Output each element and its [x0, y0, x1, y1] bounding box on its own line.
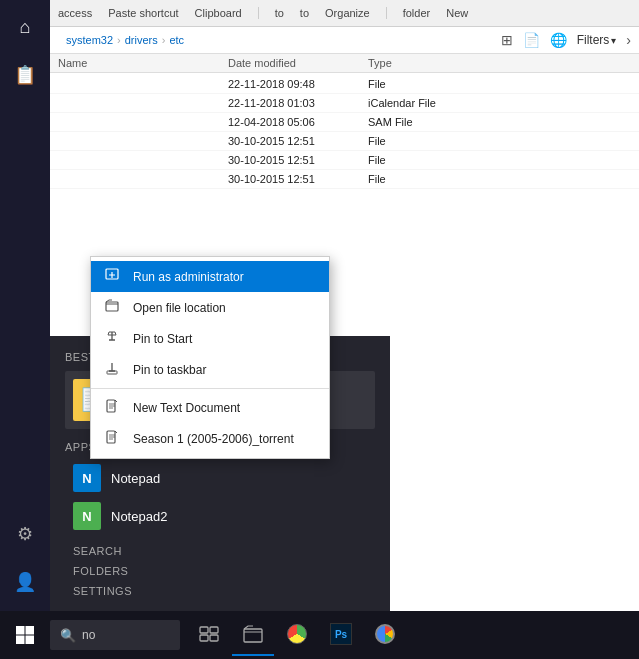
notepad2-icon: N — [73, 502, 101, 530]
table-row[interactable]: 22-11-2018 01:03 iCalendar File — [50, 94, 639, 113]
season-torrent-icon — [105, 430, 123, 447]
filter-chevron-icon: ▾ — [611, 35, 616, 46]
ribbon-paste: Paste shortcut — [108, 7, 178, 19]
run-as-admin-icon — [105, 268, 123, 285]
file-date-2: 22-11-2018 01:03 — [228, 97, 368, 109]
table-row[interactable]: 30-10-2015 12:51 File — [50, 151, 639, 170]
svg-rect-5 — [200, 627, 208, 633]
breadcrumb-sep1: › — [117, 34, 121, 46]
taskbar-file-explorer[interactable] — [232, 614, 274, 656]
open-file-location-icon — [105, 299, 123, 316]
start-button[interactable] — [0, 611, 50, 659]
nav-clipboard-button[interactable]: 📋 — [0, 52, 50, 98]
col-type: Type — [368, 57, 631, 69]
breadcrumb-sep2: › — [162, 34, 166, 46]
taskbar-task-view[interactable] — [188, 614, 230, 656]
notepad-icon: N — [73, 464, 101, 492]
svg-rect-1 — [106, 302, 118, 311]
ribbon-to2: to — [300, 7, 309, 19]
nav-home-button[interactable]: ⌂ — [0, 4, 50, 50]
table-row[interactable]: 30-10-2015 12:51 File — [50, 170, 639, 189]
notepad2-item[interactable]: N Notepad2 — [65, 497, 375, 535]
settings-section-label: Settings — [73, 585, 375, 597]
context-season-torrent-label: Season 1 (2005-2006)_torrent — [133, 432, 294, 446]
pin-to-start-icon — [105, 330, 123, 347]
view-icon[interactable]: ⊞ — [501, 32, 513, 48]
context-open-file-location[interactable]: Open file location — [91, 292, 329, 323]
taskbar-search-text: no — [82, 628, 95, 642]
table-row[interactable]: 12-04-2018 05:06 SAM File — [50, 113, 639, 132]
col-date-modified: Date modified — [228, 57, 368, 69]
context-open-file-location-label: Open file location — [133, 301, 226, 315]
file-type-2: iCalendar File — [368, 97, 631, 109]
taskbar-chrome[interactable] — [364, 614, 406, 656]
file-type-5: File — [368, 154, 631, 166]
ribbon-access: access — [58, 7, 92, 19]
breadcrumb-etc: etc — [169, 34, 184, 46]
taskbar-browser[interactable] — [276, 614, 318, 656]
svg-rect-8 — [210, 635, 218, 641]
file-date-4: 30-10-2015 12:51 — [228, 135, 368, 147]
folders-section-label: Folders — [73, 565, 375, 577]
svg-rect-7 — [200, 635, 208, 641]
file-date-1: 22-11-2018 09:48 — [228, 78, 368, 90]
breadcrumb-drivers: drivers — [125, 34, 158, 46]
file-date-6: 30-10-2015 12:51 — [228, 173, 368, 185]
table-row[interactable]: 30-10-2015 12:51 File — [50, 132, 639, 151]
file-type-3: SAM File — [368, 116, 631, 128]
file-column-header: Name Date modified Type — [50, 54, 639, 73]
file-date-5: 30-10-2015 12:51 — [228, 154, 368, 166]
ribbon-organize-label: Organize — [325, 7, 387, 19]
breadcrumb: system32 › drivers › etc — [58, 34, 192, 46]
taskbar-photoshop[interactable]: Ps — [320, 614, 362, 656]
file-type-6: File — [368, 173, 631, 185]
context-pin-to-taskbar-label: Pin to taskbar — [133, 363, 206, 377]
file-icon[interactable]: 📄 — [523, 32, 540, 48]
breadcrumb-system32: system32 — [66, 34, 113, 46]
expand-icon[interactable]: › — [626, 32, 631, 48]
nav-user-button[interactable]: 👤 — [0, 559, 50, 605]
context-new-text-doc[interactable]: New Text Document — [91, 392, 329, 423]
taskbar: 🔍 no Ps — [0, 611, 639, 659]
search-section-label: Search — [73, 545, 375, 557]
ribbon-clipboard-label: Clipboard — [195, 7, 259, 19]
context-menu: Run as administrator Open file location … — [90, 256, 330, 459]
context-season-torrent[interactable]: Season 1 (2005-2006)_torrent — [91, 423, 329, 454]
context-pin-to-start-label: Pin to Start — [133, 332, 192, 346]
new-text-doc-icon — [105, 399, 123, 416]
context-new-text-doc-label: New Text Document — [133, 401, 240, 415]
ribbon-new-label: New — [446, 7, 468, 19]
notepad-label: Notepad — [111, 471, 160, 486]
file-list: 22-11-2018 09:48 File 22-11-2018 01:03 i… — [50, 73, 639, 189]
taskbar-search-bar[interactable]: 🔍 no — [50, 620, 180, 650]
svg-rect-6 — [210, 627, 218, 633]
file-date-3: 12-04-2018 05:06 — [228, 116, 368, 128]
pin-to-taskbar-icon — [105, 361, 123, 378]
svg-rect-2 — [107, 371, 117, 374]
context-run-as-admin-label: Run as administrator — [133, 270, 244, 284]
svg-rect-9 — [244, 629, 262, 642]
col-name: Name — [58, 57, 228, 69]
globe-icon[interactable]: 🌐 — [550, 32, 567, 48]
ribbon: access Paste shortcut Clipboard to to Or… — [50, 0, 639, 27]
table-row[interactable]: 22-11-2018 09:48 File — [50, 75, 639, 94]
start-nav: ⌂ 📋 ⚙ 👤 — [0, 0, 50, 611]
notepad2-label: Notepad2 — [111, 509, 167, 524]
context-pin-to-taskbar[interactable]: Pin to taskbar — [91, 354, 329, 385]
context-pin-to-start[interactable]: Pin to Start — [91, 323, 329, 354]
taskbar-search-icon: 🔍 — [60, 628, 76, 643]
file-type-1: File — [368, 78, 631, 90]
nav-settings-button[interactable]: ⚙ — [0, 511, 50, 557]
file-type-4: File — [368, 135, 631, 147]
context-run-as-admin[interactable]: Run as administrator — [91, 261, 329, 292]
notepad-item[interactable]: N Notepad — [65, 459, 375, 497]
ribbon-to1: to — [275, 7, 284, 19]
ribbon-folder: folder — [403, 7, 431, 19]
filters-label[interactable]: Filters ▾ — [577, 33, 617, 47]
